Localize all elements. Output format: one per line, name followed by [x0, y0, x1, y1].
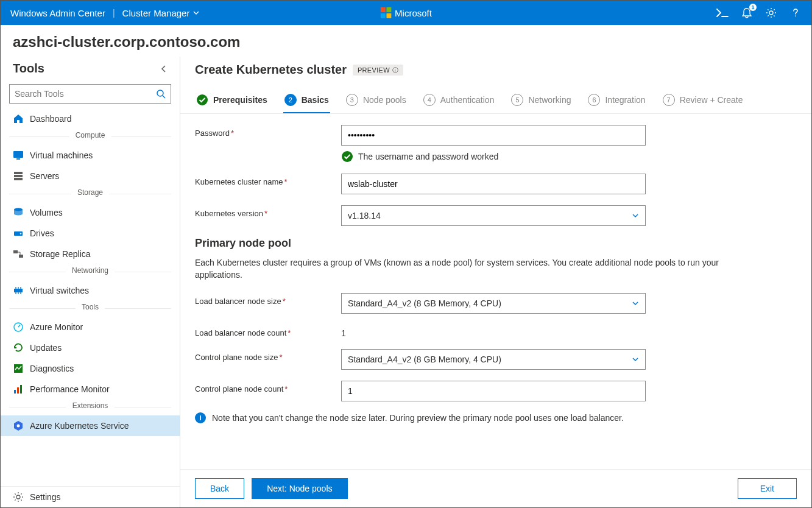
password-input[interactable]: [341, 125, 646, 146]
sidebar-item-aks[interactable]: Azure Kubernetes Service: [1, 415, 180, 436]
sidebar-item-dashboard[interactable]: Dashboard: [1, 108, 180, 129]
svg-point-5: [157, 90, 163, 96]
wizard-steps: Prerequisites 2 Basics 3 Node pools 4 Au…: [180, 88, 811, 114]
sidebar-item-azure-monitor[interactable]: Azure Monitor: [1, 317, 180, 337]
sidebar-item-storage-replica[interactable]: Storage Replica: [1, 244, 180, 264]
step-node-pools[interactable]: 3 Node pools: [345, 88, 408, 113]
notifications-button[interactable]: 1: [741, 7, 753, 19]
sidebar-item-virtual-switches[interactable]: Virtual switches: [1, 280, 180, 301]
validation-message: The username and password worked: [341, 150, 646, 163]
svg-rect-1: [386, 7, 391, 12]
nav: Dashboard Compute Virtual machines Serve…: [1, 108, 180, 486]
cp-count-label: Control plane node count*: [195, 381, 341, 393]
info-note: i Note that you can't change the node si…: [195, 412, 791, 423]
search-field[interactable]: [15, 89, 156, 99]
row-cp-count: Control plane node count*: [195, 381, 791, 401]
title-divider: |: [113, 8, 115, 18]
page-title: azshci-cluster.corp.contoso.com: [13, 34, 799, 51]
version-select[interactable]: v1.18.14: [341, 205, 646, 226]
nav-group-extensions: Extensions: [1, 402, 180, 412]
step-basics[interactable]: 2 Basics: [283, 88, 330, 113]
cluster-name-label: Kubernetes cluster name*: [195, 174, 341, 186]
sidebar-item-virtual-machines[interactable]: Virtual machines: [1, 145, 180, 166]
app-title: Windows Admin Center: [10, 8, 105, 18]
step-label: Basics: [302, 95, 329, 105]
row-kubernetes-version: Kubernetes version* v1.18.14: [195, 205, 791, 226]
tools-header: Tools: [1, 57, 180, 84]
help-button[interactable]: [789, 7, 802, 19]
step-networking[interactable]: 5 Networking: [510, 88, 572, 113]
sidebar-item-label: Dashboard: [30, 114, 72, 124]
svg-point-28: [342, 151, 353, 162]
context-selector[interactable]: Cluster Manager: [122, 8, 200, 18]
step-number: 2: [284, 94, 297, 106]
sidebar: Tools Dashboard Compute Virtual machines: [1, 57, 180, 507]
form-area: Password* The username and password work…: [180, 114, 811, 469]
svg-point-4: [769, 11, 773, 15]
password-label: Password*: [195, 125, 341, 138]
step-label: Authentication: [440, 95, 495, 105]
header-actions: 1: [716, 7, 802, 19]
step-label: Node pools: [363, 95, 406, 105]
collapse-sidebar-button[interactable]: [160, 65, 168, 73]
nav-group-tools: Tools: [1, 303, 180, 313]
svg-rect-0: [380, 7, 385, 12]
step-review-create[interactable]: 7 Review + Create: [662, 88, 744, 113]
cluster-name-input[interactable]: [341, 174, 646, 194]
exit-button[interactable]: Exit: [738, 478, 797, 499]
sidebar-item-label: Diagnostics: [30, 364, 74, 373]
sidebar-item-settings[interactable]: Settings: [1, 487, 180, 507]
step-authentication[interactable]: 4 Authentication: [422, 88, 496, 113]
chevron-down-icon: [193, 10, 199, 16]
next-button[interactable]: Next: Node pools: [252, 478, 347, 499]
version-label: Kubernetes version*: [195, 205, 341, 218]
nav-group-compute: Compute: [1, 132, 180, 141]
sidebar-item-label: Settings: [30, 492, 61, 502]
sidebar-item-drives[interactable]: Drives: [1, 223, 180, 244]
row-cluster-name: Kubernetes cluster name*: [195, 174, 791, 194]
brand-label: Microsoft: [395, 8, 432, 18]
nav-group-networking: Networking: [1, 267, 180, 277]
context-label: Cluster Manager: [122, 8, 190, 18]
chevron-down-icon: [632, 356, 639, 363]
main: Tools Dashboard Compute Virtual machines: [1, 57, 811, 507]
content: Create Kubernetes cluster PREVIEW i Prer…: [180, 57, 811, 507]
gear-icon: [13, 492, 24, 503]
chevron-left-icon: [160, 65, 168, 73]
svg-point-24: [16, 495, 20, 499]
cp-size-label: Control plane node size*: [195, 349, 341, 362]
sidebar-item-performance-monitor[interactable]: Performance Monitor: [1, 379, 180, 400]
settings-button[interactable]: [765, 7, 777, 19]
step-prerequisites[interactable]: Prerequisites: [195, 88, 269, 113]
create-title-row: Create Kubernetes cluster PREVIEW i: [195, 63, 797, 77]
chevron-down-icon: [632, 212, 639, 219]
sidebar-item-servers[interactable]: Servers: [1, 166, 180, 186]
home-icon: [13, 113, 24, 124]
sidebar-item-diagnostics[interactable]: Diagnostics: [1, 358, 180, 379]
section-description: Each Kubernetes cluster requires a group…: [195, 257, 755, 281]
step-integration[interactable]: 6 Integration: [587, 88, 646, 113]
cp-count-input[interactable]: [341, 381, 646, 401]
info-note-text: Note that you can't change the node size…: [212, 413, 624, 423]
svg-point-27: [197, 94, 208, 105]
lb-size-label: Load balancer node size*: [195, 293, 341, 306]
nav-group-storage: Storage: [1, 189, 180, 199]
back-button[interactable]: Back: [195, 478, 244, 499]
row-lb-size: Load balancer node size* Standard_A4_v2 …: [195, 293, 791, 314]
svg-rect-6: [13, 151, 23, 158]
svg-rect-19: [14, 390, 16, 393]
step-label: Networking: [528, 95, 571, 105]
select-value: Standard_A4_v2 (8 GB Memory, 4 CPU): [348, 355, 501, 364]
chevron-down-icon: [632, 300, 639, 307]
info-icon: i: [392, 67, 398, 73]
search-tools-input[interactable]: [9, 84, 171, 104]
cp-size-select[interactable]: Standard_A4_v2 (8 GB Memory, 4 CPU): [341, 349, 646, 370]
lb-size-select[interactable]: Standard_A4_v2 (8 GB Memory, 4 CPU): [341, 293, 646, 314]
sidebar-item-volumes[interactable]: Volumes: [1, 202, 180, 223]
svg-rect-16: [14, 289, 23, 292]
sidebar-item-updates[interactable]: Updates: [1, 337, 180, 358]
svg-rect-14: [13, 250, 18, 253]
powershell-button[interactable]: [716, 7, 729, 19]
diagnostics-icon: [13, 363, 24, 374]
volumes-icon: [13, 207, 24, 218]
